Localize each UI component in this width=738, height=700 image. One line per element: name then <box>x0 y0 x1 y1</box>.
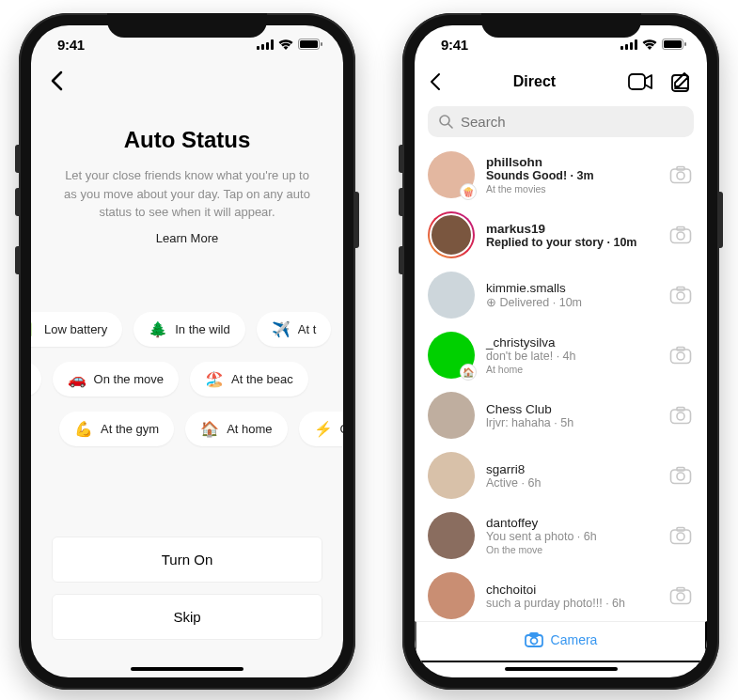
chat-row[interactable]: markus19 Replied to your story · 10m <box>415 205 707 265</box>
skip-button[interactable]: Skip <box>52 594 322 640</box>
svg-point-31 <box>677 412 684 420</box>
back-button[interactable] <box>428 70 443 93</box>
search-field[interactable] <box>428 106 694 137</box>
video-icon <box>628 73 652 90</box>
battery-emoji-icon: 🔋 <box>31 320 37 338</box>
chat-username: _christysilva <box>486 335 656 350</box>
home-indicator[interactable] <box>505 667 618 671</box>
quick-camera-button[interactable] <box>667 344 694 366</box>
chat-text: markus19 Replied to your story · 10m <box>486 222 656 249</box>
video-call-button[interactable] <box>626 71 654 92</box>
back-button[interactable] <box>44 67 69 99</box>
beach-emoji-icon: 🏖️ <box>205 370 224 388</box>
chip-on-the-move[interactable]: 🚗On the move <box>53 362 179 397</box>
chat-row[interactable]: 🍿 phillsohn Sounds Good! · 3m At the mov… <box>415 145 707 205</box>
chat-row[interactable]: kimmie.smalls ⊕ Delivered · 10m <box>415 265 707 325</box>
camera-icon <box>669 346 692 365</box>
chat-row[interactable]: dantoffey You sent a photo · 6h On the m… <box>415 506 707 566</box>
status-icons <box>257 39 322 50</box>
quick-camera-button[interactable] <box>667 464 694 487</box>
avatar[interactable] <box>428 452 475 499</box>
svg-rect-39 <box>671 590 691 604</box>
compose-icon <box>671 71 692 92</box>
svg-rect-2 <box>266 42 269 50</box>
chip-label: Ch <box>340 422 343 436</box>
chat-status-text: On the move <box>486 544 656 555</box>
chat-text: kimmie.smalls ⊕ Delivered · 10m <box>486 281 656 309</box>
svg-rect-36 <box>671 530 691 544</box>
svg-rect-5 <box>300 40 318 48</box>
avatar-image <box>428 572 475 619</box>
search-input[interactable] <box>461 114 683 130</box>
phone-auto-status: 9:41 Auto Status Let your close friends … <box>19 13 355 690</box>
learn-more-link[interactable]: Learn More <box>156 231 218 245</box>
chat-username: phillsohn <box>486 155 656 169</box>
avatar[interactable] <box>428 572 475 619</box>
bolt-emoji-icon: ⚡ <box>314 420 333 438</box>
home-indicator[interactable] <box>131 667 243 671</box>
quick-camera-button[interactable] <box>667 524 694 547</box>
svg-rect-10 <box>635 39 637 50</box>
chat-subtitle: such a purday photo!!! · 6h <box>486 597 656 610</box>
avatar[interactable] <box>428 512 475 559</box>
chip-at-home[interactable]: 🏠At home <box>185 412 287 446</box>
svg-rect-18 <box>671 169 691 183</box>
svg-rect-1 <box>261 44 264 50</box>
svg-point-43 <box>530 638 537 645</box>
quick-camera-button[interactable] <box>667 224 694 246</box>
chat-row[interactable]: chchoitoi such a purday photo!!! · 6h <box>415 566 707 626</box>
quick-camera-button[interactable] <box>667 584 694 607</box>
screen-direct: 9:41 Direct <box>415 25 707 677</box>
chip-sleeping[interactable]: ping <box>31 362 41 397</box>
chip-airport[interactable]: ✈️At t <box>257 312 332 347</box>
chat-list[interactable]: 🍿 phillsohn Sounds Good! · 3m At the mov… <box>415 139 707 626</box>
chip-in-the-wild[interactable]: 🌲In the wild <box>133 312 245 347</box>
avatar[interactable] <box>428 392 475 439</box>
chip-row: 💪At the gym 🏠At home ⚡Ch <box>59 412 343 446</box>
camera-icon <box>669 526 692 545</box>
quick-camera-button[interactable] <box>667 163 694 186</box>
turn-on-button[interactable]: Turn On <box>52 537 322 583</box>
page-title: Auto Status <box>59 127 315 153</box>
chat-row[interactable]: Chess Club lrjvr: hahaha · 5h <box>415 385 707 445</box>
chip-label: At home <box>227 422 272 436</box>
quick-camera-button[interactable] <box>667 284 694 306</box>
chip-charging[interactable]: ⚡Ch <box>299 412 343 446</box>
notch <box>481 13 641 38</box>
svg-line-17 <box>448 124 452 128</box>
chat-username: markus19 <box>486 222 656 236</box>
chip-at-gym[interactable]: 💪At the gym <box>59 412 174 446</box>
camera-icon <box>525 632 543 647</box>
status-time: 9:41 <box>57 37 85 53</box>
avatar-image <box>428 512 475 559</box>
svg-point-37 <box>677 533 684 540</box>
hero-section: Auto Status Let your close friends know … <box>31 99 343 246</box>
avatar[interactable] <box>428 211 475 258</box>
tree-emoji-icon: 🌲 <box>149 320 167 338</box>
chat-text: Chess Club lrjvr: hahaha · 5h <box>486 402 656 429</box>
camera-icon <box>669 406 692 425</box>
chip-at-beach[interactable]: 🏖️At the beac <box>190 362 308 397</box>
avatar[interactable]: 🏠 <box>428 332 475 379</box>
chat-status-text: At home <box>486 364 656 375</box>
phone-direct: 9:41 Direct <box>402 13 719 690</box>
camera-bar-button[interactable]: Camera <box>415 621 707 662</box>
avatar[interactable]: 🍿 <box>428 151 475 198</box>
compose-button[interactable] <box>669 70 694 94</box>
quick-camera-button[interactable] <box>667 404 694 427</box>
svg-rect-33 <box>671 470 691 484</box>
svg-rect-24 <box>671 289 691 303</box>
svg-point-28 <box>677 352 684 360</box>
signal-icon <box>257 39 274 50</box>
chip-label: At the gym <box>101 422 159 436</box>
chip-row: ping 🚗On the move 🏖️At the beac <box>31 362 343 397</box>
chat-text: dantoffey You sent a photo · 6h On the m… <box>486 516 656 555</box>
chip-low-battery[interactable]: 🔋Low battery <box>31 312 122 347</box>
chat-row[interactable]: sgarri8 Active · 6h <box>415 445 707 506</box>
chat-row[interactable]: 🏠 _christysilva don't be late! · 4h At h… <box>415 325 707 385</box>
wifi-icon <box>642 39 657 50</box>
chat-text: _christysilva don't be late! · 4h At hom… <box>486 335 656 375</box>
avatar[interactable] <box>428 272 475 319</box>
svg-rect-30 <box>671 410 691 424</box>
svg-rect-12 <box>664 40 682 48</box>
